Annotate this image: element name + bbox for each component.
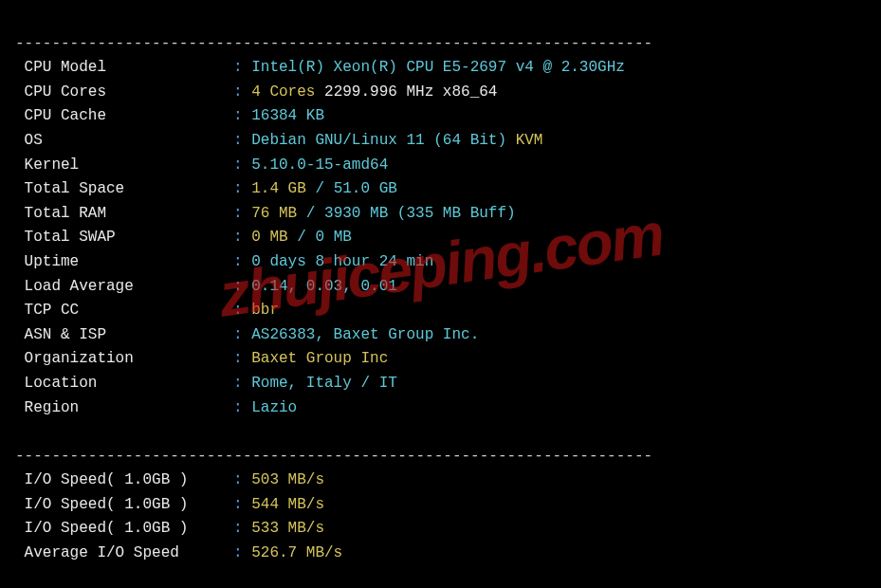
row-value: Rome, Italy / IT — [251, 375, 397, 392]
row-value: 16384 KB — [251, 107, 324, 124]
row-label: Location — [15, 372, 233, 396]
info-row: CPU Model: Intel(R) Xeon(R) CPU E5-2697 … — [15, 56, 866, 81]
row-value: 4 Cores — [251, 83, 315, 101]
row-label: Total SWAP — [15, 226, 233, 250]
row-label: Total RAM — [15, 202, 233, 227]
row-value: 76 MB — [251, 205, 297, 222]
row-value: 0 days 8 hour 24 min — [251, 253, 433, 270]
info-row: Total RAM: 76 MB / 3930 MB (335 MB Buff) — [15, 202, 866, 227]
info-row: Load Average: 0.14, 0.03, 0.01 — [15, 275, 866, 300]
row-value: 2299.996 MHz x86_64 — [315, 83, 497, 101]
info-row: Organization: Baxet Group Inc — [15, 347, 866, 372]
colon: : — [233, 229, 251, 246]
colon: : — [233, 180, 251, 197]
io-row: I/O Speed( 1.0GB ): 533 MB/s — [15, 517, 866, 542]
row-value: 5.10.0-15-amd64 — [251, 156, 388, 174]
info-row: Total SWAP: 0 MB / 0 MB — [15, 226, 866, 250]
row-value: 0 MB — [315, 229, 351, 246]
row-value: Debian GNU/Linux 11 (64 Bit) — [251, 132, 515, 149]
row-label: Kernel — [15, 154, 233, 178]
colon: : — [233, 326, 251, 343]
colon: : — [233, 107, 251, 124]
row-value: 3930 MB — [324, 205, 388, 222]
info-row: Total Space: 1.4 GB / 51.0 GB — [15, 177, 866, 202]
row-value: (335 MB Buff) — [388, 205, 515, 222]
row-label: TCP CC — [15, 299, 233, 323]
colon: : — [233, 205, 251, 222]
row-value: bbr — [251, 302, 279, 319]
row-label: Uptime — [15, 250, 233, 275]
row-value: 0.14, 0.03, 0.01 — [251, 278, 397, 295]
row-label: CPU Cache — [15, 104, 233, 129]
row-value: / — [288, 229, 316, 246]
info-row: TCP CC: bbr — [15, 299, 866, 323]
row-value: 1.4 GB — [251, 180, 306, 197]
row-value: / — [306, 180, 334, 197]
row-value: Baxet Group Inc — [251, 350, 388, 367]
info-row: Region: Lazio — [15, 396, 866, 421]
row-value: Lazio — [251, 399, 297, 416]
row-value: 0 MB — [251, 229, 287, 246]
io-value: 503 MB/s — [251, 471, 324, 488]
row-label: I/O Speed( 1.0GB ) — [15, 517, 233, 542]
divider-top: ----------------------------------------… — [15, 35, 652, 52]
io-value: 533 MB/s — [251, 520, 324, 537]
info-row: ASN & ISP: AS26383, Baxet Group Inc. — [15, 323, 866, 348]
info-row: Kernel: 5.10.0-15-amd64 — [15, 154, 866, 178]
io-value: 544 MB/s — [251, 496, 324, 513]
row-label: Organization — [15, 347, 233, 372]
colon: : — [233, 375, 251, 392]
row-label: CPU Cores — [15, 81, 233, 105]
info-row: CPU Cores: 4 Cores 2299.996 MHz x86_64 — [15, 81, 866, 105]
row-label: ASN & ISP — [15, 323, 233, 348]
divider-mid: ----------------------------------------… — [15, 448, 652, 465]
row-value: AS26383, Baxet Group Inc. — [251, 326, 479, 343]
colon: : — [233, 399, 251, 416]
colon: : — [233, 496, 251, 513]
colon: : — [233, 278, 251, 295]
row-label: Region — [15, 396, 233, 421]
io-value: 526.7 MB/s — [251, 544, 342, 561]
row-label: Load Average — [15, 275, 233, 300]
colon: : — [233, 302, 251, 319]
row-label: I/O Speed( 1.0GB ) — [15, 469, 233, 493]
row-label: Total Space — [15, 177, 233, 202]
row-value: Intel(R) Xeon(R) CPU E5-2697 v4 @ 2.30GH… — [251, 59, 625, 76]
colon: : — [233, 544, 251, 561]
info-row: Uptime: 0 days 8 hour 24 min — [15, 250, 866, 275]
colon: : — [233, 156, 251, 174]
terminal-output: ----------------------------------------… — [0, 0, 881, 588]
info-row: CPU Cache: 16384 KB — [15, 104, 866, 129]
io-row: I/O Speed( 1.0GB ): 503 MB/s — [15, 469, 866, 493]
io-row: Average I/O Speed: 526.7 MB/s — [15, 542, 866, 566]
row-label: CPU Model — [15, 56, 233, 81]
colon: : — [233, 350, 251, 367]
row-label: I/O Speed( 1.0GB ) — [15, 493, 233, 518]
colon: : — [233, 471, 251, 488]
row-value: 51.0 GB — [334, 180, 397, 197]
row-value: KVM — [516, 132, 543, 149]
colon: : — [233, 253, 251, 270]
io-speed-section: I/O Speed( 1.0GB ): 503 MB/s I/O Speed( … — [15, 469, 866, 565]
system-info-section: CPU Model: Intel(R) Xeon(R) CPU E5-2697 … — [15, 56, 866, 420]
colon: : — [233, 132, 251, 149]
colon: : — [233, 520, 251, 537]
row-label: OS — [15, 129, 233, 154]
colon: : — [233, 83, 251, 101]
info-row: Location: Rome, Italy / IT — [15, 372, 866, 396]
io-row: I/O Speed( 1.0GB ): 544 MB/s — [15, 493, 866, 518]
colon: : — [233, 59, 251, 76]
row-value: / — [297, 205, 324, 222]
row-label: Average I/O Speed — [15, 542, 233, 566]
info-row: OS: Debian GNU/Linux 11 (64 Bit) KVM — [15, 129, 866, 154]
